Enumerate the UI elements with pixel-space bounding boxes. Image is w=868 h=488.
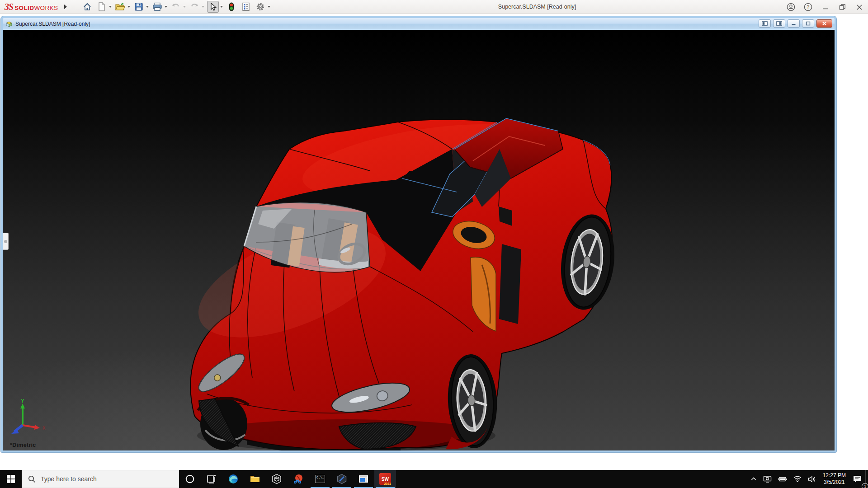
minimize-button[interactable] bbox=[816, 0, 834, 14]
search-icon bbox=[28, 475, 36, 483]
document-title: Supercar.SLDASM [Read-only] bbox=[15, 21, 90, 27]
help-button[interactable]: ? bbox=[799, 0, 816, 14]
assembly-icon bbox=[5, 20, 13, 28]
car-3d-model bbox=[3, 30, 835, 450]
hexagon-app-icon bbox=[336, 474, 347, 484]
open-dropdown[interactable] bbox=[127, 6, 130, 8]
taskbar-search[interactable]: Type here to search bbox=[22, 470, 179, 488]
right-pane-icon bbox=[776, 21, 782, 26]
options-button[interactable] bbox=[255, 1, 266, 13]
print-dropdown[interactable] bbox=[165, 6, 167, 8]
graphics-viewport[interactable]: Y X *Dimetric bbox=[3, 30, 835, 450]
brand-mark: 3S bbox=[5, 2, 13, 12]
file-properties-icon bbox=[242, 2, 250, 11]
rebuild-traffic-light-icon bbox=[229, 2, 234, 11]
start-button[interactable] bbox=[0, 470, 22, 488]
open-folder-icon bbox=[115, 2, 125, 11]
splitter-handle-dot bbox=[4, 240, 7, 243]
cast-monitor-icon bbox=[763, 475, 772, 483]
3d-viewer-icon bbox=[271, 474, 282, 484]
taskbar-hexagon-app-button[interactable] bbox=[331, 470, 353, 488]
command-prompt-icon: C:\_ bbox=[315, 475, 325, 483]
taskbar-task-view-button[interactable] bbox=[201, 470, 222, 488]
new-document-button[interactable] bbox=[96, 1, 108, 13]
redo-dropdown[interactable] bbox=[202, 6, 204, 8]
taskbar-cortana-button[interactable] bbox=[179, 470, 201, 488]
task-view-icon bbox=[207, 474, 217, 484]
close-icon bbox=[856, 4, 863, 10]
taskbar-command-prompt-button[interactable]: C:\_ bbox=[309, 470, 331, 488]
app-window-title: Supercar.SLDASM [Read-only] bbox=[461, 4, 613, 10]
document-close-button[interactable] bbox=[816, 19, 832, 28]
solidworks-taskbar-icon: SW 2021 bbox=[379, 473, 391, 485]
taskbar-3d-viewer-button[interactable] bbox=[266, 470, 288, 488]
left-pane-icon bbox=[762, 21, 768, 26]
close-button[interactable] bbox=[851, 0, 868, 14]
app-client-area: Supercar.SLDASM [Read-only] bbox=[0, 14, 868, 470]
tray-battery-button[interactable] bbox=[775, 470, 790, 488]
solidworks-logo: 3S SOLID WORKS bbox=[5, 2, 58, 12]
show-left-pane-button[interactable] bbox=[759, 19, 771, 28]
undo-button[interactable] bbox=[170, 1, 182, 13]
redo-button[interactable] bbox=[189, 1, 200, 13]
quick-access-toolbar bbox=[79, 0, 270, 14]
show-right-pane-button[interactable] bbox=[773, 19, 785, 28]
undo-icon bbox=[171, 3, 180, 11]
restore-icon bbox=[839, 4, 846, 10]
print-button[interactable] bbox=[151, 1, 163, 13]
taskbar-file-explorer-button[interactable] bbox=[244, 470, 266, 488]
file-properties-button[interactable] bbox=[240, 1, 252, 13]
battery-icon bbox=[778, 476, 787, 482]
cortana-icon bbox=[185, 474, 195, 484]
view-orientation-label: *Dimetric bbox=[10, 442, 36, 448]
taskbar-snipping-tool-button[interactable] bbox=[288, 470, 309, 488]
select-tool-button[interactable] bbox=[207, 1, 219, 13]
document-minimize-button[interactable] bbox=[788, 19, 800, 28]
search-placeholder: Type here to search bbox=[41, 475, 97, 483]
account-button[interactable] bbox=[782, 0, 799, 14]
featuremanager-splitter-tab[interactable] bbox=[3, 233, 9, 250]
brand-name-bold: SOLID bbox=[14, 5, 34, 11]
tray-clock[interactable]: 12:27 PM 3/5/2021 bbox=[819, 472, 849, 486]
windows-taskbar: Type here to search bbox=[0, 470, 868, 488]
triad-y-label: Y bbox=[21, 398, 24, 404]
action-center-icon bbox=[853, 475, 862, 483]
save-icon bbox=[134, 2, 143, 11]
home-button[interactable] bbox=[81, 1, 93, 13]
edge-icon bbox=[228, 474, 239, 484]
options-dropdown[interactable] bbox=[268, 6, 270, 8]
tray-cast-button[interactable] bbox=[760, 470, 775, 488]
help-icon: ? bbox=[804, 3, 812, 11]
document-titlebar[interactable]: Supercar.SLDASM [Read-only] bbox=[3, 18, 835, 30]
volume-icon bbox=[808, 476, 816, 483]
minimize-icon bbox=[822, 4, 828, 10]
file-explorer-icon bbox=[250, 474, 260, 484]
taskbar-media-app-button[interactable] bbox=[353, 470, 374, 488]
document-restore-button[interactable] bbox=[802, 19, 814, 28]
tray-volume-button[interactable] bbox=[805, 470, 819, 488]
restore-button[interactable] bbox=[834, 0, 851, 14]
print-icon bbox=[152, 2, 162, 11]
tray-chevron-button[interactable] bbox=[747, 470, 760, 488]
document-window-controls bbox=[759, 19, 832, 28]
triad-x-label: X bbox=[42, 426, 46, 431]
open-button[interactable] bbox=[114, 1, 126, 13]
select-tool-dropdown[interactable] bbox=[220, 6, 223, 8]
save-dropdown[interactable] bbox=[146, 6, 149, 8]
taskbar-edge-button[interactable] bbox=[222, 470, 244, 488]
brand-name-rest: WORKS bbox=[34, 5, 58, 11]
action-center-button[interactable]: 1 bbox=[849, 470, 865, 488]
notification-badge: 1 bbox=[862, 483, 868, 488]
svg-text:?: ? bbox=[807, 4, 809, 9]
document-close-icon bbox=[822, 21, 827, 26]
rebuild-button[interactable] bbox=[226, 1, 237, 13]
tray-date: 3/5/2021 bbox=[823, 479, 846, 486]
media-app-icon bbox=[358, 474, 369, 484]
new-document-dropdown[interactable] bbox=[109, 6, 112, 8]
save-button[interactable] bbox=[133, 1, 145, 13]
undo-dropdown[interactable] bbox=[183, 6, 186, 8]
menu-flyout-arrow[interactable] bbox=[64, 5, 67, 9]
taskbar-solidworks-button[interactable]: SW 2021 bbox=[374, 470, 396, 488]
redo-icon bbox=[190, 3, 199, 11]
tray-wifi-button[interactable] bbox=[790, 470, 805, 488]
